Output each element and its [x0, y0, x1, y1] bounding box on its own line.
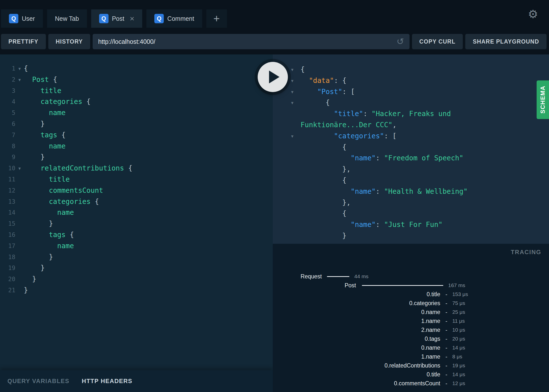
query-editor[interactable]: 1▾{2▾ Post {3 title4 categories {5 name6…	[0, 54, 273, 370]
settings-gear-icon[interactable]: ⚙	[528, 8, 538, 20]
tracing-dash: -	[445, 371, 447, 378]
fold-arrow-icon[interactable]: ▾	[291, 97, 301, 108]
fold-arrow-icon[interactable]: ▾	[291, 131, 301, 142]
fold-arrow-spacer	[15, 152, 24, 163]
code-line: "title": "Hacker, Freaks und	[273, 108, 549, 120]
line-number: 5	[0, 107, 15, 119]
code-line: "name": "Health & Wellbeing"	[273, 186, 549, 197]
fold-arrow-icon[interactable]: ▾	[291, 75, 301, 86]
fold-arrow-icon[interactable]: ▾	[291, 86, 301, 98]
http-headers-tab[interactable]: HTTP HEADERS	[82, 378, 132, 385]
line-number: 18	[0, 252, 15, 263]
tab-label: Post	[112, 15, 124, 22]
fold-arrow-spacer	[291, 186, 301, 197]
endpoint-url-input[interactable]	[98, 38, 392, 45]
close-tab-icon[interactable]: ×	[130, 15, 135, 23]
tracing-rows: Request44 msPost167 ms0.title-153 μs0.ca…	[273, 272, 549, 388]
tracing-dash: -	[445, 353, 447, 360]
fold-arrow-icon[interactable]: ▾	[15, 74, 24, 85]
line-number: 1	[0, 63, 15, 74]
fold-arrow-spacer	[15, 130, 24, 141]
tracing-duration: 11 μs	[452, 318, 465, 324]
tracing-row: 1.name-8 μs	[273, 352, 549, 361]
tracing-span-label: 0.name	[273, 344, 440, 351]
code-line: 2▾ Post {	[0, 74, 273, 85]
code-line: 3 title	[0, 85, 273, 97]
tracing-row: 0.categories-75 μs	[273, 299, 549, 308]
fold-arrow-spacer	[15, 96, 24, 107]
fold-arrow-icon[interactable]: ▾	[15, 63, 24, 74]
code-line: 19 }	[0, 263, 273, 274]
play-icon	[269, 71, 279, 83]
tab-user[interactable]: QUser	[1, 9, 43, 28]
tracing-row: 1.name-11 μs	[273, 317, 549, 325]
line-number: 7	[0, 130, 15, 141]
code-line: 7 tags {	[0, 130, 273, 141]
line-number: 11	[0, 174, 15, 185]
tracing-row: 0.title-153 μs	[273, 290, 549, 299]
fold-arrow-spacer	[291, 164, 301, 175]
tracing-row: 0.name-25 μs	[273, 308, 549, 317]
prettify-button[interactable]: PRETTIFY	[1, 34, 46, 49]
schema-tab-label: SCHEMA	[539, 86, 546, 114]
tracing-span-label: 0.name	[273, 309, 440, 316]
code-line: 1▾{	[0, 63, 273, 74]
code-line: 15 }	[0, 218, 273, 229]
tracing-row: Request44 ms	[273, 272, 549, 281]
fold-arrow-icon[interactable]: ▾	[291, 64, 301, 75]
tracing-duration: 10 μs	[452, 327, 465, 333]
tracing-dash: -	[445, 291, 447, 298]
tracing-duration-bar	[362, 285, 443, 286]
tab-bar: QUserNew TabQPost×QComment + ⚙	[0, 0, 549, 28]
fold-arrow-spacer	[291, 142, 301, 153]
copy-curl-button[interactable]: COPY CURL	[412, 34, 463, 49]
fold-arrow-spacer	[15, 207, 24, 218]
code-line: Funktionäre...Der CCC",	[273, 120, 549, 131]
code-line: },	[273, 197, 549, 208]
reload-schema-icon[interactable]: ↺	[396, 37, 404, 46]
tracing-duration: 153 μs	[452, 291, 468, 297]
tab-label: New Tab	[55, 15, 79, 22]
history-button[interactable]: HISTORY	[48, 34, 90, 49]
line-number: 20	[0, 274, 15, 285]
tracing-duration: 20 μs	[452, 336, 465, 342]
tracing-span-label: Post	[273, 282, 356, 289]
code-line: {	[273, 208, 549, 219]
tracing-dash: -	[445, 362, 447, 369]
tracing-header[interactable]: TRACING	[273, 249, 549, 257]
tab-post[interactable]: QPost×	[91, 9, 142, 28]
tracing-span-label: 0.title	[273, 291, 440, 298]
code-line: 21}	[0, 285, 273, 296]
code-line: }	[273, 230, 549, 242]
tracing-duration: 8 μs	[452, 354, 462, 360]
new-tab-button[interactable]: +	[206, 9, 227, 28]
fold-arrow-icon[interactable]: ▾	[15, 163, 24, 174]
share-playground-button[interactable]: SHARE PLAYGROUND	[465, 34, 547, 49]
tracing-panel: TRACING Request44 msPost167 ms0.title-15…	[273, 244, 549, 392]
endpoint-url-box: ↺	[93, 34, 409, 49]
tracing-dash: -	[445, 318, 447, 324]
code-line: "name": "Freedom of Speech"	[273, 153, 549, 164]
tracing-span-label: 0.categories	[273, 300, 440, 307]
query-variables-tab[interactable]: QUERY VARIABLES	[7, 378, 69, 385]
tracing-duration: 25 μs	[452, 309, 465, 315]
query-editor-pane: 1▾{2▾ Post {3 title4 categories {5 name6…	[0, 54, 273, 392]
line-number: 14	[0, 207, 15, 218]
fold-arrow-spacer	[15, 263, 24, 274]
tab-new-tab[interactable]: New Tab	[47, 9, 87, 28]
line-number: 19	[0, 263, 15, 274]
tab-comment[interactable]: QComment	[146, 9, 202, 28]
tracing-duration: 14 μs	[452, 371, 465, 377]
tracing-row: 0.name-14 μs	[273, 343, 549, 352]
line-number: 9	[0, 152, 15, 163]
execute-button[interactable]	[258, 62, 288, 92]
tracing-dash: -	[445, 300, 447, 307]
tracing-dash: -	[445, 344, 447, 351]
fold-arrow-spacer	[291, 242, 301, 244]
fold-arrow-spacer	[15, 85, 24, 97]
fold-arrow-spacer	[15, 141, 24, 152]
fold-arrow-spacer	[291, 108, 301, 120]
schema-tab[interactable]: SCHEMA	[537, 80, 549, 119]
code-line: 20 }	[0, 274, 273, 285]
code-line: 4 categories {	[0, 96, 273, 107]
